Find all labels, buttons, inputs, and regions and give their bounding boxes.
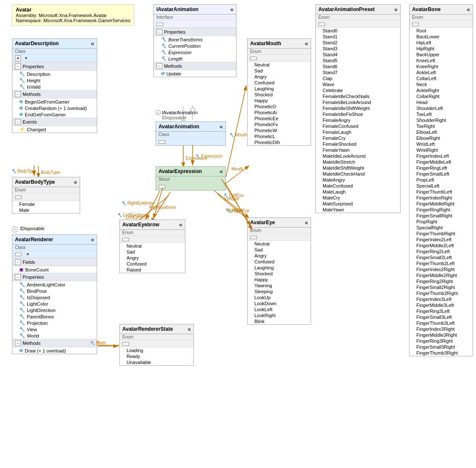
name-abt: AvatarBodyType (15, 179, 55, 185)
method-begin: ⊕ BeginGetFromGamer (12, 98, 97, 105)
section-events-ad: – Events (12, 118, 97, 126)
type-amouth: Enum (250, 49, 261, 54)
box-avatar-eye: AvatarEye « Enum Neutral Sad Angry Confu… (247, 217, 311, 325)
svg-text:🔧 Mouth: 🔧 Mouth (228, 132, 247, 138)
svg-text:🔧 BodyType: 🔧 BodyType (11, 168, 36, 174)
type-ae: Struct (159, 177, 170, 182)
svg-line-30 (153, 188, 163, 219)
type-ars: Enum (122, 335, 133, 339)
name-aa: AvatarAnimation (159, 124, 199, 130)
box-avatar-expression: AvatarExpression « Struct (156, 166, 226, 191)
section-methods-iaa: – Methods (154, 62, 236, 70)
svg-line-10 (151, 192, 170, 222)
svg-line-34 (222, 179, 251, 226)
type-aap: Enum (318, 15, 329, 20)
note-avatar: Avatar Assembly: Microsoft.Xna.Framework… (12, 4, 134, 26)
header-ar: AvatarRenderer « (12, 235, 97, 245)
svg-line-28 (226, 85, 246, 177)
box-avatar-renderer-state: AvatarRendererState « Enum Loading Ready… (119, 324, 194, 366)
type-iaa: Interface (156, 15, 173, 20)
box-avatar-body-type: AvatarBodyType « Enum Female Male (12, 177, 80, 214)
type-ab: Enum (412, 15, 423, 20)
type-abt: Enum (15, 188, 26, 192)
header-abt: AvatarBodyType « (12, 177, 80, 187)
prop-description: 🔧 Description (12, 71, 97, 77)
type-ar: Class (15, 245, 26, 250)
box-avatar-description: AvatarDescription « Class ▼ ▼ – Properti… (12, 38, 97, 133)
svg-text:RightEye: RightEye (226, 208, 243, 213)
box-avatar-animation-preset: AvatarAnimationPreset « Enum Stand0 Stan… (315, 4, 401, 213)
header-aa: AvatarAnimation « (156, 122, 225, 132)
header-aap: AvatarAnimationPreset « (316, 5, 400, 14)
svg-line-8 (226, 166, 248, 183)
diagram-container: BodyType State Expression Mouth RightEye… (0, 0, 476, 468)
expand-amouth[interactable]: « (305, 40, 308, 47)
header-ars: AvatarRendererState « (120, 324, 193, 334)
prop-height: 🔧 Height (12, 77, 97, 84)
idisposable-renderer-label: ○ IDisposable (12, 226, 45, 232)
name-avatar-description: AvatarDescription (15, 40, 59, 46)
name-ae: AvatarExpression (159, 168, 202, 174)
type-aeyebrow: Enum (122, 230, 133, 235)
expand-ae[interactable]: « (219, 168, 223, 175)
header-ae: AvatarExpression « (156, 167, 225, 176)
section-methods-ad: – Methods (12, 90, 97, 98)
name-aeye: AvatarEye (250, 220, 275, 225)
svg-line-14 (213, 190, 248, 217)
box-iavatar-animation: IAvatarAnimation « Interface – Propertie… (153, 4, 237, 77)
expand-icon-ad[interactable]: « (91, 40, 94, 47)
svg-text:LeftEye: LeftEye (225, 196, 239, 201)
name-aeyebrow: AvatarEyebrow (122, 222, 159, 228)
name-aap: AvatarAnimationPreset (318, 6, 375, 12)
item-male: Male (12, 207, 80, 213)
section-props-iaa: – Properties (154, 28, 236, 36)
box-avatar-renderer: AvatarRenderer « Class ▼ – Fields ▣ Bone… (12, 234, 97, 354)
expand-ar[interactable]: « (91, 236, 94, 243)
svg-text:🔧 LeftEyebrow: 🔧 LeftEyebrow (116, 212, 147, 218)
note-line1: Assembly: Microsoft.Xna.Framework.Avatar (16, 13, 130, 18)
svg-text:🔧 Expression: 🔧 Expression (194, 153, 222, 159)
expand-aap[interactable]: « (394, 6, 398, 13)
note-line2: Namespace: Microsoft.Xna.Framework.Gamer… (16, 18, 130, 23)
section-props-ar: – Properties (12, 273, 97, 281)
header-ab: AvatarBone « (410, 5, 473, 14)
expand-ab[interactable]: « (467, 6, 470, 13)
collapse-ad-filter[interactable]: ▼ (15, 55, 21, 61)
expand-ars[interactable]: « (188, 326, 191, 332)
svg-line-16 (217, 194, 251, 222)
expand-abt[interactable]: « (74, 179, 77, 185)
expand-aeye[interactable]: « (305, 219, 308, 226)
note-title: Avatar (16, 7, 130, 13)
item-female: Female (12, 201, 80, 207)
section-properties-ad: – Properties (12, 62, 97, 71)
iavataranim-label: ○ IAvatarAnimation IDisposable (156, 110, 198, 120)
svg-text:LeftEyebrow: LeftEyebrow (126, 215, 150, 220)
type-aa: Class (159, 132, 169, 137)
svg-text:Expression: Expression (186, 156, 207, 161)
svg-text:BodyType: BodyType (41, 170, 60, 175)
expand-aa[interactable]: « (219, 123, 223, 130)
prop-isvalid: 🔧 IsValid (12, 84, 97, 90)
field-bonecount: ▣ BoneCount (12, 266, 97, 273)
header-amouth: AvatarMouth « (248, 39, 311, 49)
box-avatar-eyebrow: AvatarEyebrow « Enum Neutral Sad Angry C… (119, 220, 185, 273)
name-iaa: IAvatarAnimation (156, 6, 199, 12)
name-amouth: AvatarMouth (250, 40, 281, 46)
svg-text:🔧 LeftEye: 🔧 LeftEye (222, 193, 244, 198)
section-methods-ar: – Methods (12, 339, 97, 347)
expand-iaa[interactable]: « (230, 6, 234, 13)
method-create: ⊕ CreateRandom (+ 1 overload) (12, 105, 97, 111)
header-iaa: IAvatarAnimation « (154, 5, 236, 14)
header-aeyebrow: AvatarEyebrow « (120, 220, 185, 230)
section-fields-ar: – Fields (12, 258, 97, 266)
box-avatar-bone: AvatarBone « Enum Root BackLower HipLeft… (409, 4, 473, 356)
svg-line-32 (146, 191, 160, 220)
event-changed: ⚡ Changed (12, 126, 97, 133)
expand-aeyebrow[interactable]: « (179, 221, 182, 228)
svg-text:RightEyebrow: RightEyebrow (149, 205, 176, 210)
header-aeye: AvatarEye « (248, 218, 311, 228)
type-aeye: Enum (250, 228, 261, 233)
type-ad: Class (15, 49, 26, 54)
box-avatar-animation: AvatarAnimation « Class (156, 121, 226, 146)
method-end: ⊕ EndGetFromGamer (12, 111, 97, 118)
